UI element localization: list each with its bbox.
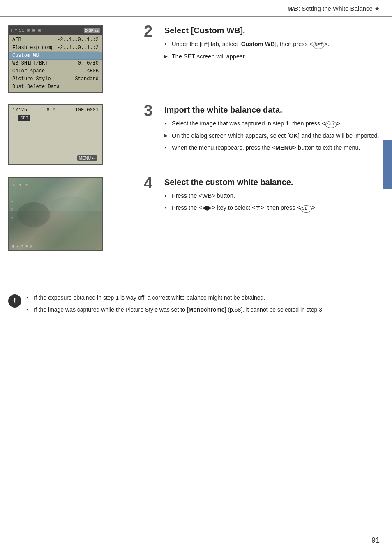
- step-3-bullet-3: When the menu reappears, press the <MENU…: [164, 143, 380, 152]
- section-divider: [0, 279, 392, 279]
- cam-row-wb-shift: WB SHIFT/BKT 0, 0/±0: [12, 60, 99, 67]
- step-3-bullet-1: Select the image that was captured in st…: [164, 119, 380, 128]
- disp-badge: DISP ±±: [84, 28, 100, 33]
- cam-row-aeb: AEB -2..1..0..1.:2: [12, 36, 99, 44]
- camera-photo-svg: ⊞ ✱ ⊕ ⊞ ✱ ≋ ♦ ◎ ≡ ⊡ ◈: [9, 178, 103, 251]
- svg-point-3: [50, 196, 91, 217]
- step-2-screen: □⁺ 51 ▣ ▣ ▣ DISP ±± AEB -2..1..0..1.:2 F…: [8, 25, 140, 93]
- vf-aperture: 8.0: [46, 107, 55, 113]
- camera-menu-screen: □⁺ 51 ▣ ▣ ▣ DISP ±± AEB -2..1..0..1.:2 F…: [8, 25, 103, 93]
- vf-iso: 100-0001: [75, 107, 99, 113]
- cam-row-color-space: Color space sRGB: [12, 67, 99, 75]
- warning-bullets: If the exposure obtained in step 1 is wa…: [26, 294, 324, 317]
- step-4-screen: ⊞ ✱ ⊕ ⊞ ✱ ≋ ♦ ◎ ≡ ⊡ ◈: [8, 177, 140, 251]
- svg-text:⊡: ⊡: [11, 208, 13, 211]
- svg-text:≡: ≡: [11, 199, 13, 203]
- tab-icon-camera: □⁺: [11, 27, 17, 33]
- step-4-bullet-2: Press the <◀▶> key to select <☂>, then p…: [164, 204, 380, 213]
- step-2-bullet-2: The SET screen will appear.: [164, 52, 380, 61]
- cam-row-custom-wb: Custom WB: [9, 52, 102, 60]
- step-4-title: Select the custom white balance.: [164, 177, 380, 187]
- vf-shutter: 1/125: [12, 107, 27, 113]
- svg-text:◈: ◈: [11, 216, 13, 220]
- step-4-content: Select the custom white balance. Press t…: [164, 177, 380, 216]
- step-3-bullets: Select the image that was captured in st…: [164, 119, 380, 152]
- viewfinder-screen: 1/125 8.0 100-0001 − SET MENU ↩: [8, 104, 103, 165]
- svg-text:⊞ ✱ ≋ ♦ ◎: ⊞ ✱ ≋ ♦ ◎: [12, 244, 32, 248]
- step-2-content: Select [Custom WB]. Under the [□⁺] tab, …: [164, 25, 380, 64]
- step-4: ⊞ ✱ ⊕ ⊞ ✱ ≋ ♦ ◎ ≡ ⊡ ◈ 4 Select the custo…: [8, 177, 380, 251]
- step-2-bullet-1: Under the [□⁺] tab, select [Custom WB], …: [164, 40, 380, 49]
- cam-row-dust: Dust Delete Data: [12, 83, 99, 90]
- main-content: □⁺ 51 ▣ ▣ ▣ DISP ±± AEB -2..1..0..1.:2 F…: [0, 17, 392, 271]
- step-2-title: Select [Custom WB].: [164, 25, 380, 36]
- step-4-number: 4: [144, 175, 160, 191]
- step-3: 1/125 8.0 100-0001 − SET MENU ↩ 3 Import…: [8, 104, 380, 165]
- sidebar-strip: [383, 140, 392, 189]
- svg-text:⊞: ⊞: [13, 183, 15, 187]
- step-4-bullets: Press the <WB> button. Press the <◀▶> ke…: [164, 192, 380, 213]
- vf-minus-icon: −: [12, 115, 16, 121]
- warning-box: ! If the exposure obtained in step 1 is …: [0, 287, 392, 324]
- header-title: WB: Setting the White Balance ★: [288, 5, 380, 12]
- step-3-number: 3: [144, 103, 160, 118]
- vf-top-row: 1/125 8.0 100-0001: [12, 107, 99, 113]
- step-3-title: Import the white balance data.: [164, 104, 380, 115]
- step-2: □⁺ 51 ▣ ▣ ▣ DISP ±± AEB -2..1..0..1.:2 F…: [8, 25, 380, 93]
- camera-screen-body: AEB -2..1..0..1.:2 Flash exp comp -2..1.…: [9, 35, 102, 92]
- svg-point-2: [17, 202, 50, 227]
- camera-photo: ⊞ ✱ ⊕ ⊞ ✱ ≋ ♦ ◎ ≡ ⊡ ◈: [8, 177, 103, 251]
- warning-icon: !: [8, 294, 21, 308]
- vf-set-badge: SET: [18, 115, 30, 121]
- svg-text:⊕: ⊕: [25, 183, 28, 187]
- cam-row-flash: Flash exp comp -2..1..0..1.:2: [12, 44, 99, 52]
- tab-icons: 51 ▣ ▣ ▣: [19, 28, 41, 33]
- vf-body: MENU ↩: [12, 121, 99, 162]
- page-header: WB: Setting the White Balance ★: [0, 0, 392, 17]
- warning-bullet-2: If the image was captured while the Pict…: [26, 305, 324, 314]
- camera-screen-header: □⁺ 51 ▣ ▣ ▣ DISP ±±: [9, 26, 102, 35]
- warning-bullet-1: If the exposure obtained in step 1 is wa…: [26, 294, 324, 302]
- step-3-bullet-2: On the dialog screen which appears, sele…: [164, 132, 380, 140]
- vf-menu-icon: MENU ↩: [77, 155, 97, 161]
- cam-row-picture-style: Picture Style Standard: [12, 75, 99, 83]
- svg-text:✱: ✱: [19, 183, 22, 187]
- page-number: 91: [371, 536, 380, 545]
- step-2-number: 2: [144, 23, 160, 39]
- vf-set-row: − SET: [12, 115, 99, 121]
- step-3-content: Import the white balance data. Select th…: [164, 104, 380, 155]
- step-4-bullet-1: Press the <WB> button.: [164, 192, 380, 200]
- step-3-screen: 1/125 8.0 100-0001 − SET MENU ↩: [8, 104, 140, 165]
- step-2-bullets: Under the [□⁺] tab, select [Custom WB], …: [164, 40, 380, 61]
